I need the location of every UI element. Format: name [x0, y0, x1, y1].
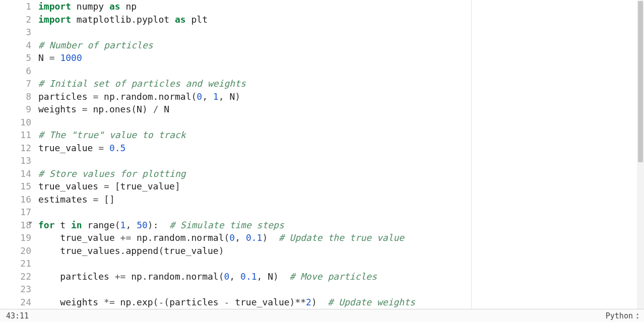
line-number: 15 [0, 180, 31, 193]
line-number: 16 [0, 193, 31, 206]
language-selector[interactable]: Python ▴▾ [606, 311, 639, 320]
line-number: 1 [0, 0, 31, 13]
status-bar: 43:11 Python ▴▾ [0, 309, 644, 322]
line-number-gutter: 123456789101112131415161718192021222324 [0, 0, 34, 309]
line-number: 23 [0, 283, 31, 296]
line-number: 10 [0, 116, 31, 129]
chevron-updown-icon: ▴▾ [636, 312, 639, 320]
scrollbar-thumb[interactable] [638, 1, 643, 162]
line-number: 4 [0, 39, 31, 52]
line-number: 2 [0, 13, 31, 26]
line-number: 9 [0, 103, 31, 116]
line-number: 6 [0, 65, 31, 78]
line-number: 22 [0, 270, 31, 283]
line-number: 5 [0, 51, 31, 65]
line-number: 18 [0, 219, 31, 232]
line-number: 24 [0, 296, 31, 309]
line-number: 11 [0, 128, 31, 142]
side-panel [472, 0, 644, 309]
line-number: 7 [0, 77, 31, 90]
line-number: 8 [0, 90, 31, 103]
line-number: 13 [0, 154, 31, 167]
line-number: 3 [0, 26, 31, 39]
fold-icon[interactable] [28, 222, 32, 225]
line-number: 19 [0, 231, 31, 244]
cursor-position: 43:11 [6, 311, 29, 320]
line-number: 12 [0, 142, 31, 155]
line-number: 20 [0, 244, 31, 257]
line-number: 17 [0, 206, 31, 219]
line-number: 21 [0, 257, 31, 270]
line-number: 14 [0, 167, 31, 180]
language-label: Python [606, 311, 633, 320]
vertical-scrollbar[interactable] [637, 0, 644, 309]
